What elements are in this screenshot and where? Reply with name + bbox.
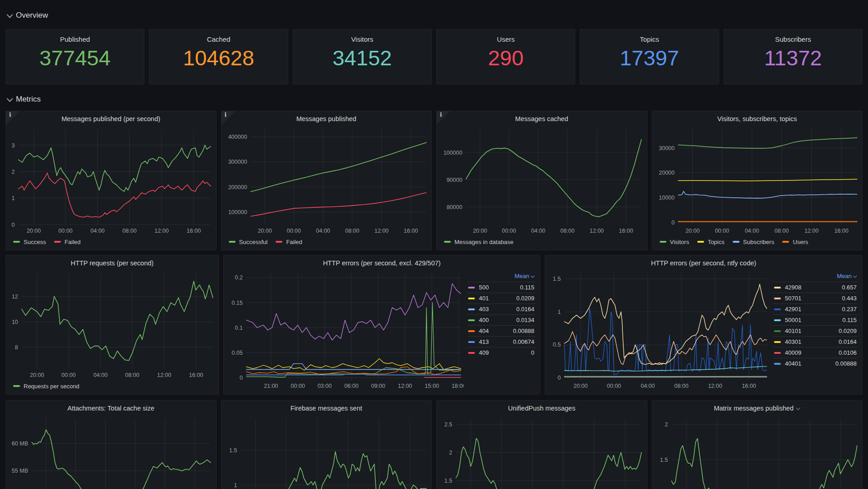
chart-canvas[interactable]: 20:0000:0004:0008:0012:0016:0081012 — [9, 269, 216, 381]
info-corner-fold[interactable] — [437, 111, 450, 125]
chart-canvas[interactable]: 55 MB60 MB — [9, 414, 213, 489]
legend-item-successful[interactable]: Successful — [229, 239, 268, 245]
legend-table-row[interactable]: 5000.115 — [467, 282, 535, 293]
legend-item-users[interactable]: Users — [782, 239, 808, 245]
info-corner-fold[interactable] — [222, 111, 235, 125]
axis-tick-label: 1 — [11, 195, 15, 201]
chart-plot[interactable]: 20:0000:0004:0008:0012:0016:000123 — [9, 125, 213, 236]
legend-item-failed[interactable]: Failed — [54, 239, 80, 245]
legend-table-row[interactable]: 4090 — [467, 347, 535, 358]
chart-canvas[interactable]: 20:0000:0004:0008:0012:0016:000100002000… — [655, 125, 860, 236]
chart-plot[interactable]: 20:0000:0004:0008:0012:0016:0000.511.5 — [548, 269, 769, 391]
axis-tick-label: 2 — [449, 450, 452, 456]
legend-table-row[interactable]: 403010.0164 — [773, 336, 858, 347]
chart-plot[interactable]: 20:0000:0004:0008:0012:0016:0081012 — [9, 269, 216, 381]
series-swatch — [444, 241, 451, 243]
legend-item-requests-per-second[interactable]: Requests per second — [13, 383, 79, 390]
legend-table-row[interactable]: 429010.237 — [773, 303, 858, 314]
chart-canvas[interactable]: 20:0000:0004:0008:0012:0016:0000.511.5 — [548, 269, 769, 391]
info-icon[interactable]: i — [440, 112, 442, 118]
panel-title[interactable]: HTTP errors (per second, ntfy code) — [548, 257, 859, 269]
chart-plot[interactable]: 0.511.5 — [224, 414, 429, 489]
legend-item-failed[interactable]: Failed — [276, 239, 302, 245]
legend-item-messages-in-database[interactable]: Messages in database — [444, 239, 513, 245]
series-name: 404 — [479, 328, 489, 334]
chart-plot[interactable]: 21:0000:0003:0006:0009:0012:0015:0018:00… — [227, 269, 464, 391]
panel-title[interactable]: Matrix messages published — [655, 402, 860, 414]
panel-title[interactable]: Visitors, subscribers, topics — [655, 113, 860, 125]
chart-canvas[interactable]: 21:0000:0003:0006:0009:0012:0015:0018:00… — [227, 269, 464, 391]
series-name: 40101 — [785, 328, 801, 334]
stat-panel-users[interactable]: Users 290 — [436, 29, 575, 84]
axis-tick-label: 16:00 — [742, 383, 756, 389]
axis-tick-label: 21:00 — [264, 383, 278, 389]
legend-item-topics[interactable]: Topics — [697, 239, 725, 245]
metrics-row-2: HTTP requests (per second)20:0000:0004:0… — [5, 255, 863, 395]
stat-panel-visitors[interactable]: Visitors 34152 — [293, 29, 432, 84]
legend-item-subscribers[interactable]: Subscribers — [733, 239, 774, 245]
series-swatch — [774, 330, 781, 332]
series-mean-value: 0.237 — [805, 306, 857, 313]
legend-item-success[interactable]: Success — [13, 239, 46, 245]
panel-title[interactable]: Messages cached — [439, 113, 644, 125]
legend-table-row[interactable]: 4030.0164 — [467, 303, 535, 314]
legend-table-row[interactable]: 4010.0209 — [467, 293, 535, 303]
stat-panel-cached[interactable]: Cached 104628 — [149, 29, 288, 84]
series-line — [678, 138, 857, 149]
legend-mean-label: Mean — [514, 273, 529, 279]
series-name: 50001 — [785, 317, 801, 323]
chart-canvas[interactable]: 11.522.5 — [439, 414, 644, 489]
chart-canvas[interactable]: 20:0000:0004:0008:0012:0016:008000090000… — [439, 125, 644, 236]
chart-plot[interactable]: 11.522.5 — [439, 414, 644, 489]
legend-table-row[interactable]: 401010.0209 — [773, 325, 858, 336]
legend-mean-label: Mean — [837, 273, 852, 279]
panel-http-errors-excl: HTTP errors (per second, excl. 429/507)2… — [223, 255, 540, 395]
panel-body: 0.511.5 — [224, 414, 429, 489]
legend-table-row[interactable]: 4040.00888 — [467, 325, 535, 336]
chart-plot[interactable]: 55 MB60 MB — [9, 414, 213, 489]
legend-label: Messages in database — [454, 239, 513, 245]
legend-mean-header[interactable]: Mean — [773, 272, 858, 282]
chart-plot[interactable]: 0.511.52 — [655, 414, 860, 489]
stat-panel-subscribers[interactable]: Subscribers 11372 — [724, 29, 863, 84]
stat-value: 34152 — [332, 43, 392, 73]
chart-canvas[interactable]: 20:0000:0004:0008:0012:0016:001000002000… — [224, 125, 429, 236]
panel-title[interactable]: Attachments: Total cache size — [9, 402, 213, 414]
info-corner-fold[interactable] — [6, 111, 20, 125]
series-line — [678, 191, 857, 198]
legend-table-row[interactable]: 500010.115 — [773, 314, 858, 325]
panel-title[interactable]: HTTP requests (per second) — [9, 257, 216, 269]
legend-table-row[interactable]: 404010.00888 — [773, 358, 858, 369]
legend-table-row[interactable]: 4000.0134 — [467, 314, 535, 325]
stat-panel-published[interactable]: Published 377454 — [5, 29, 144, 84]
info-icon[interactable]: i — [9, 112, 11, 118]
panel-title[interactable]: HTTP errors (per second, excl. 429/507) — [227, 257, 537, 269]
stat-panel-topics[interactable]: Topics 17397 — [580, 29, 719, 84]
chart-canvas[interactable]: 0.511.52 — [655, 414, 860, 489]
chart-plot[interactable]: 20:0000:0004:0008:0012:0016:008000090000… — [439, 125, 644, 236]
section-row-overview[interactable]: Overview — [8, 10, 863, 20]
legend-mean-header[interactable]: Mean — [467, 272, 535, 282]
legend-table-row[interactable]: 507010.443 — [773, 293, 858, 303]
axis-tick-label: 12:00 — [804, 228, 818, 234]
legend-item-visitors[interactable]: Visitors — [660, 239, 689, 245]
chart-canvas[interactable]: 20:0000:0004:0008:0012:0016:000123 — [9, 125, 213, 236]
info-icon[interactable]: i — [225, 112, 227, 118]
axis-tick-label: 20:00 — [257, 228, 271, 234]
section-title-overview: Overview — [16, 11, 48, 20]
legend-table-row[interactable]: 400090.0106 — [773, 347, 858, 358]
panel-title-text: Matrix messages published — [714, 405, 794, 412]
legend-table-row[interactable]: 4130.00674 — [467, 336, 535, 347]
chart-canvas[interactable]: 0.511.5 — [224, 414, 429, 489]
panel-title[interactable]: Messages published — [224, 113, 429, 125]
panel-title[interactable]: Messages published (per second) — [9, 113, 213, 125]
axis-tick-label: 08:00 — [674, 383, 688, 389]
panel-title[interactable]: Firebase messages sent — [224, 402, 429, 414]
chart-plot[interactable]: 20:0000:0004:0008:0012:0016:000100002000… — [655, 125, 860, 236]
chart-plot[interactable]: 20:0000:0004:0008:0012:0016:001000002000… — [224, 125, 429, 236]
axis-tick-label: 00:00 — [286, 228, 301, 234]
panel-http-requests: HTTP requests (per second)20:0000:0004:0… — [5, 255, 219, 395]
panel-title[interactable]: UnifiedPush messages — [439, 402, 644, 414]
legend-table-row[interactable]: 429080.657 — [773, 282, 858, 293]
section-row-metrics[interactable]: Metrics — [8, 94, 863, 104]
